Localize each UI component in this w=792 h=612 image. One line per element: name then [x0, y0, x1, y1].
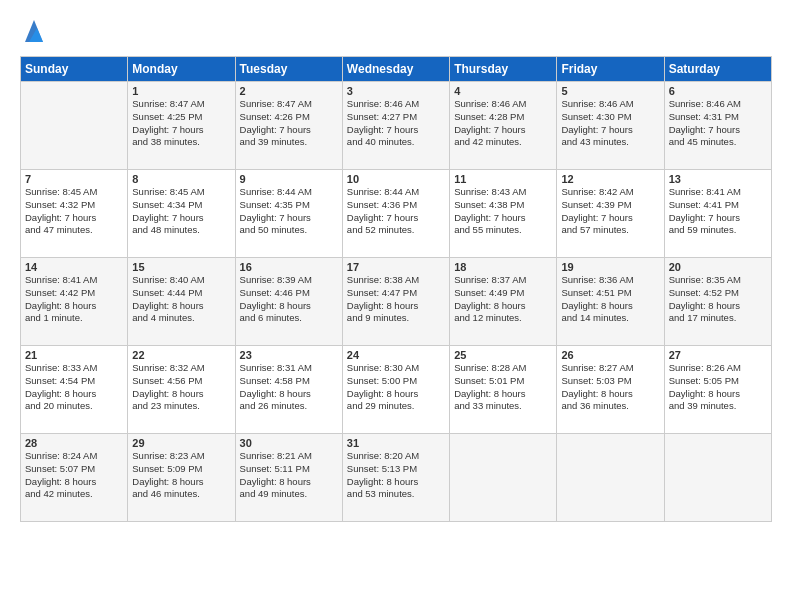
calendar-cell: 4Sunrise: 8:46 AMSunset: 4:28 PMDaylight…	[450, 82, 557, 170]
calendar-cell: 17Sunrise: 8:38 AMSunset: 4:47 PMDayligh…	[342, 258, 449, 346]
calendar-cell: 13Sunrise: 8:41 AMSunset: 4:41 PMDayligh…	[664, 170, 771, 258]
day-number: 10	[347, 173, 445, 185]
day-number: 8	[132, 173, 230, 185]
header-cell-saturday: Saturday	[664, 57, 771, 82]
calendar-cell: 12Sunrise: 8:42 AMSunset: 4:39 PMDayligh…	[557, 170, 664, 258]
calendar-cell: 20Sunrise: 8:35 AMSunset: 4:52 PMDayligh…	[664, 258, 771, 346]
calendar-cell: 31Sunrise: 8:20 AMSunset: 5:13 PMDayligh…	[342, 434, 449, 522]
day-info: Sunrise: 8:40 AMSunset: 4:44 PMDaylight:…	[132, 274, 230, 325]
day-info: Sunrise: 8:38 AMSunset: 4:47 PMDaylight:…	[347, 274, 445, 325]
calendar-cell	[557, 434, 664, 522]
day-number: 4	[454, 85, 552, 97]
day-info: Sunrise: 8:45 AMSunset: 4:32 PMDaylight:…	[25, 186, 123, 237]
day-number: 28	[25, 437, 123, 449]
calendar-week-row: 7Sunrise: 8:45 AMSunset: 4:32 PMDaylight…	[21, 170, 772, 258]
day-info: Sunrise: 8:35 AMSunset: 4:52 PMDaylight:…	[669, 274, 767, 325]
day-info: Sunrise: 8:20 AMSunset: 5:13 PMDaylight:…	[347, 450, 445, 501]
header-cell-sunday: Sunday	[21, 57, 128, 82]
day-info: Sunrise: 8:30 AMSunset: 5:00 PMDaylight:…	[347, 362, 445, 413]
calendar-cell: 6Sunrise: 8:46 AMSunset: 4:31 PMDaylight…	[664, 82, 771, 170]
day-info: Sunrise: 8:28 AMSunset: 5:01 PMDaylight:…	[454, 362, 552, 413]
calendar-cell: 14Sunrise: 8:41 AMSunset: 4:42 PMDayligh…	[21, 258, 128, 346]
day-info: Sunrise: 8:24 AMSunset: 5:07 PMDaylight:…	[25, 450, 123, 501]
day-info: Sunrise: 8:33 AMSunset: 4:54 PMDaylight:…	[25, 362, 123, 413]
day-info: Sunrise: 8:26 AMSunset: 5:05 PMDaylight:…	[669, 362, 767, 413]
header-cell-monday: Monday	[128, 57, 235, 82]
day-number: 30	[240, 437, 338, 449]
day-info: Sunrise: 8:45 AMSunset: 4:34 PMDaylight:…	[132, 186, 230, 237]
day-info: Sunrise: 8:32 AMSunset: 4:56 PMDaylight:…	[132, 362, 230, 413]
day-number: 20	[669, 261, 767, 273]
calendar-cell	[450, 434, 557, 522]
day-info: Sunrise: 8:46 AMSunset: 4:28 PMDaylight:…	[454, 98, 552, 149]
day-number: 27	[669, 349, 767, 361]
calendar-cell: 18Sunrise: 8:37 AMSunset: 4:49 PMDayligh…	[450, 258, 557, 346]
calendar-cell: 16Sunrise: 8:39 AMSunset: 4:46 PMDayligh…	[235, 258, 342, 346]
day-info: Sunrise: 8:43 AMSunset: 4:38 PMDaylight:…	[454, 186, 552, 237]
calendar-cell: 10Sunrise: 8:44 AMSunset: 4:36 PMDayligh…	[342, 170, 449, 258]
calendar-cell: 28Sunrise: 8:24 AMSunset: 5:07 PMDayligh…	[21, 434, 128, 522]
day-info: Sunrise: 8:46 AMSunset: 4:30 PMDaylight:…	[561, 98, 659, 149]
day-info: Sunrise: 8:41 AMSunset: 4:42 PMDaylight:…	[25, 274, 123, 325]
calendar-cell: 25Sunrise: 8:28 AMSunset: 5:01 PMDayligh…	[450, 346, 557, 434]
calendar-cell: 9Sunrise: 8:44 AMSunset: 4:35 PMDaylight…	[235, 170, 342, 258]
calendar-cell: 30Sunrise: 8:21 AMSunset: 5:11 PMDayligh…	[235, 434, 342, 522]
day-number: 2	[240, 85, 338, 97]
day-number: 24	[347, 349, 445, 361]
day-info: Sunrise: 8:47 AMSunset: 4:25 PMDaylight:…	[132, 98, 230, 149]
day-number: 5	[561, 85, 659, 97]
calendar-cell: 7Sunrise: 8:45 AMSunset: 4:32 PMDaylight…	[21, 170, 128, 258]
day-number: 1	[132, 85, 230, 97]
calendar-week-row: 28Sunrise: 8:24 AMSunset: 5:07 PMDayligh…	[21, 434, 772, 522]
calendar-body: 1Sunrise: 8:47 AMSunset: 4:25 PMDaylight…	[21, 82, 772, 522]
day-info: Sunrise: 8:21 AMSunset: 5:11 PMDaylight:…	[240, 450, 338, 501]
day-number: 15	[132, 261, 230, 273]
day-info: Sunrise: 8:46 AMSunset: 4:27 PMDaylight:…	[347, 98, 445, 149]
day-number: 17	[347, 261, 445, 273]
day-number: 21	[25, 349, 123, 361]
calendar-cell: 22Sunrise: 8:32 AMSunset: 4:56 PMDayligh…	[128, 346, 235, 434]
calendar-cell: 27Sunrise: 8:26 AMSunset: 5:05 PMDayligh…	[664, 346, 771, 434]
calendar-cell: 8Sunrise: 8:45 AMSunset: 4:34 PMDaylight…	[128, 170, 235, 258]
day-info: Sunrise: 8:31 AMSunset: 4:58 PMDaylight:…	[240, 362, 338, 413]
calendar-cell: 23Sunrise: 8:31 AMSunset: 4:58 PMDayligh…	[235, 346, 342, 434]
calendar-cell: 11Sunrise: 8:43 AMSunset: 4:38 PMDayligh…	[450, 170, 557, 258]
day-info: Sunrise: 8:41 AMSunset: 4:41 PMDaylight:…	[669, 186, 767, 237]
day-info: Sunrise: 8:44 AMSunset: 4:36 PMDaylight:…	[347, 186, 445, 237]
calendar-cell: 26Sunrise: 8:27 AMSunset: 5:03 PMDayligh…	[557, 346, 664, 434]
header-cell-thursday: Thursday	[450, 57, 557, 82]
calendar-week-row: 21Sunrise: 8:33 AMSunset: 4:54 PMDayligh…	[21, 346, 772, 434]
day-info: Sunrise: 8:27 AMSunset: 5:03 PMDaylight:…	[561, 362, 659, 413]
day-info: Sunrise: 8:37 AMSunset: 4:49 PMDaylight:…	[454, 274, 552, 325]
day-number: 19	[561, 261, 659, 273]
logo-icon	[23, 18, 45, 44]
day-info: Sunrise: 8:23 AMSunset: 5:09 PMDaylight:…	[132, 450, 230, 501]
header	[20, 18, 772, 46]
day-info: Sunrise: 8:47 AMSunset: 4:26 PMDaylight:…	[240, 98, 338, 149]
day-info: Sunrise: 8:46 AMSunset: 4:31 PMDaylight:…	[669, 98, 767, 149]
calendar-cell	[664, 434, 771, 522]
day-number: 9	[240, 173, 338, 185]
day-number: 14	[25, 261, 123, 273]
calendar-week-row: 14Sunrise: 8:41 AMSunset: 4:42 PMDayligh…	[21, 258, 772, 346]
day-info: Sunrise: 8:44 AMSunset: 4:35 PMDaylight:…	[240, 186, 338, 237]
day-info: Sunrise: 8:36 AMSunset: 4:51 PMDaylight:…	[561, 274, 659, 325]
day-number: 16	[240, 261, 338, 273]
calendar-cell: 21Sunrise: 8:33 AMSunset: 4:54 PMDayligh…	[21, 346, 128, 434]
calendar-cell: 5Sunrise: 8:46 AMSunset: 4:30 PMDaylight…	[557, 82, 664, 170]
day-number: 3	[347, 85, 445, 97]
calendar-cell	[21, 82, 128, 170]
day-number: 13	[669, 173, 767, 185]
day-number: 31	[347, 437, 445, 449]
calendar-cell: 15Sunrise: 8:40 AMSunset: 4:44 PMDayligh…	[128, 258, 235, 346]
day-number: 11	[454, 173, 552, 185]
day-number: 22	[132, 349, 230, 361]
day-number: 25	[454, 349, 552, 361]
calendar-table: SundayMondayTuesdayWednesdayThursdayFrid…	[20, 56, 772, 522]
calendar-cell: 2Sunrise: 8:47 AMSunset: 4:26 PMDaylight…	[235, 82, 342, 170]
day-info: Sunrise: 8:42 AMSunset: 4:39 PMDaylight:…	[561, 186, 659, 237]
logo	[20, 18, 45, 46]
header-cell-wednesday: Wednesday	[342, 57, 449, 82]
day-number: 18	[454, 261, 552, 273]
calendar-week-row: 1Sunrise: 8:47 AMSunset: 4:25 PMDaylight…	[21, 82, 772, 170]
